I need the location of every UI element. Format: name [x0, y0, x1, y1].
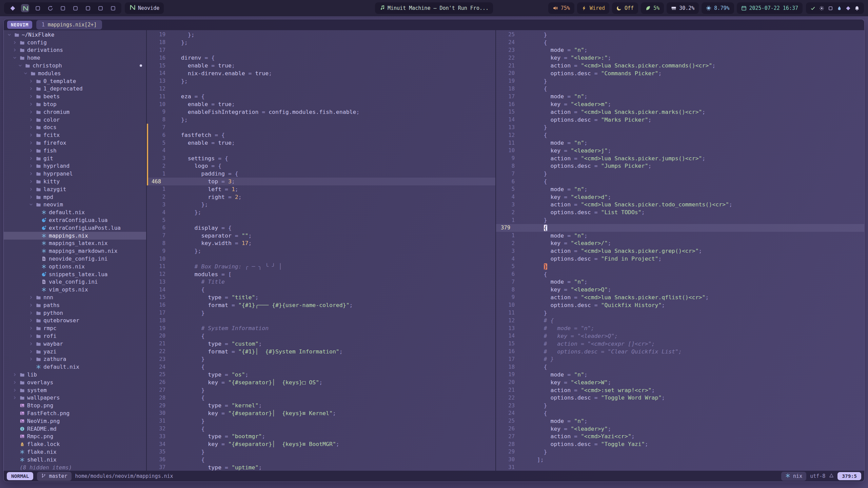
tree-item-options-nix[interactable]: options.nix [4, 263, 146, 270]
code-line[interactable]: 6 { [496, 270, 864, 278]
code-line[interactable]: 26 key = "<leader>y"; [496, 425, 864, 433]
system-tray[interactable] [806, 2, 864, 14]
code-line[interactable]: 4 }; [147, 208, 495, 216]
code-line[interactable]: 9 enableFishIntegration = config.modules… [147, 108, 495, 116]
code-line[interactable]: 23 } [496, 402, 864, 409]
tree-item-overlays[interactable]: overlays [4, 379, 146, 386]
tree-item-python[interactable]: python [4, 309, 146, 317]
tree-item-beets[interactable]: beets [4, 93, 146, 100]
code-line[interactable]: 23 } [147, 355, 495, 363]
code-line[interactable]: 14 nix-direnv.enable = true; [147, 69, 495, 77]
tree-item-zathura[interactable]: zathura [4, 355, 146, 363]
tree-item-btop[interactable]: btop [4, 100, 146, 108]
tree-item-neovide-config-ini[interactable]: neovide_config.ini [4, 255, 146, 263]
tree-item-color[interactable]: color [4, 116, 146, 124]
code-line[interactable]: 23 mode = "n"; [496, 46, 864, 54]
code-line[interactable]: 12 # { [496, 317, 864, 324]
code-line[interactable]: 22 format = "{#1}│ {#}System Information… [147, 348, 495, 355]
code-line[interactable]: 10 options.desc = "Quickfix History"; [496, 301, 864, 309]
code-line[interactable]: 30 key = "{#separator}│ {keys}≡ Kernel"; [147, 409, 495, 417]
editor-window-left[interactable]: 19 };18 };1716 direnv = {15 enable = tru… [147, 30, 495, 471]
code-line[interactable]: 33 type = "bootmgr"; [147, 432, 495, 440]
workspace-3[interactable] [34, 4, 42, 12]
media-widget[interactable]: Minuit Machine – Don't Run Fro... [375, 2, 493, 14]
tree-item-fcitx[interactable]: fcitx [4, 131, 146, 139]
tree-item-home[interactable]: home [4, 54, 146, 62]
code-line[interactable]: 16 format = "{#1}╭─── {#}{user-name-colo… [147, 301, 495, 309]
tab-mappings-nix[interactable]: 1 mappings.nix[2+] [36, 20, 102, 29]
code-line[interactable]: 2 right = 2; [147, 193, 495, 201]
workspace-1[interactable] [8, 4, 17, 12]
code-line[interactable]: 19 } [496, 77, 864, 85]
tray-diamond-icon[interactable] [846, 6, 851, 11]
tree-item-default-nix[interactable]: default.nix [4, 208, 146, 216]
code-line[interactable]: 6 { [496, 178, 864, 185]
status-battery[interactable]: 5% [641, 2, 664, 14]
code-line[interactable]: 10 enable = true; [147, 100, 495, 108]
code-line[interactable]: 14 # key = "<leader>Q"; [496, 332, 864, 340]
tree-item-btop-png[interactable]: Btop.png [4, 402, 146, 409]
code-line[interactable]: 27 action = "<cmd>Yazi<cr>"; [496, 432, 864, 440]
code-line[interactable]: 2 logo = { [147, 162, 495, 170]
code-line[interactable]: 15 type = "title"; [147, 293, 495, 301]
code-line[interactable]: 24 { [496, 39, 864, 46]
tree-item-flake-lock[interactable]: flake.lock [4, 440, 146, 448]
code-line[interactable]: 3 }; [147, 201, 495, 209]
code-line[interactable]: 5 mode = "n"; [496, 185, 864, 193]
tree-item-hyprpanel[interactable]: hyprpanel [4, 170, 146, 178]
code-line[interactable]: 5 enable = true; [147, 139, 495, 147]
code-line[interactable]: 7 [147, 124, 495, 131]
code-line[interactable]: 379 { [496, 224, 864, 232]
code-line[interactable]: 25 } [496, 31, 864, 39]
tray-drop-icon[interactable] [837, 6, 842, 11]
tray-gear-icon[interactable] [819, 6, 824, 11]
tree-item-modules[interactable]: modules [4, 69, 146, 77]
code-line[interactable]: 1 mode = "n"; [496, 232, 864, 240]
code-line[interactable]: 32 { [147, 425, 495, 433]
code-line[interactable]: 11 } [496, 309, 864, 317]
tree-item-yazi[interactable]: yazi [4, 348, 146, 355]
tree-item-config[interactable]: config [4, 39, 146, 46]
code-line[interactable]: 17 [147, 46, 495, 54]
tree-hidden-items[interactable]: (8 hidden items) [4, 464, 146, 471]
code-line[interactable]: 13 # mode = "n"; [496, 324, 864, 332]
code-line[interactable]: 8 }; [147, 116, 495, 124]
workspace-5[interactable] [59, 4, 67, 12]
code-line[interactable]: 22 key = "<leader>:"; [496, 54, 864, 62]
tree-item-fish[interactable]: fish [4, 147, 146, 155]
tree-item-rmpc-png[interactable]: Rmpc.png [4, 432, 146, 440]
workspace-7[interactable] [84, 4, 92, 12]
tree-item-kitty[interactable]: kitty [4, 178, 146, 185]
workspace-9[interactable] [109, 4, 117, 12]
tree-item-0-template[interactable]: 0_template [4, 77, 146, 85]
tree-item-waybar[interactable]: waybar [4, 340, 146, 348]
code-line[interactable]: 26 key = "{#separator}│ {keys}□ OS"; [147, 379, 495, 386]
code-line[interactable]: 2 options.desc = "List TODOs"; [496, 208, 864, 216]
code-line[interactable]: 9 action = "<cmd>lua Snacks.picker.jumps… [496, 155, 864, 162]
code-line[interactable]: 15 # action = "<cmd>cexpr []<cr>"; [496, 340, 864, 348]
code-line[interactable]: 36 { [147, 456, 495, 464]
tree-item-vim-opts-nix[interactable]: vim_opts.nix [4, 286, 146, 293]
tree-item-mappings-nix[interactable]: mappings.nix [4, 232, 146, 240]
code-line[interactable]: 1 left = 1; [147, 185, 495, 193]
code-line[interactable]: 21 action = "<cmd>:set wrap!<cr>"; [496, 386, 864, 394]
code-line[interactable]: 13 }; [147, 77, 495, 85]
status-network[interactable]: Wired [577, 2, 609, 14]
code-line[interactable]: 5 } [496, 263, 864, 270]
code-line[interactable]: 29 type = "kernel"; [147, 402, 495, 409]
tree-item--nixflake[interactable]: ~/NixFlake [4, 31, 146, 39]
tree-item-derivations[interactable]: derivations [4, 46, 146, 54]
code-line[interactable]: 18 [147, 317, 495, 324]
code-line[interactable]: 3 settings = { [147, 155, 495, 162]
code-line[interactable]: 17 } [147, 309, 495, 317]
code-line[interactable]: 2 key = "<leader>/"; [496, 240, 864, 247]
code-line[interactable]: 25 mode = "n"; [496, 417, 864, 425]
tree-item-mappings-markdown-nix[interactable]: mappings_markdown.nix [4, 247, 146, 255]
code-line[interactable]: 4 key = "<leader>d"; [496, 193, 864, 201]
tree-item-fastfetch-png[interactable]: FastFetch.png [4, 409, 146, 417]
code-line[interactable]: 19 mode = "n"; [496, 371, 864, 379]
code-line[interactable]: 7 separator = ""; [147, 232, 495, 240]
code-line[interactable]: 19 # System Information [147, 324, 495, 332]
tree-item-mpd[interactable]: mpd [4, 193, 146, 201]
workspace-2[interactable] [21, 4, 29, 12]
